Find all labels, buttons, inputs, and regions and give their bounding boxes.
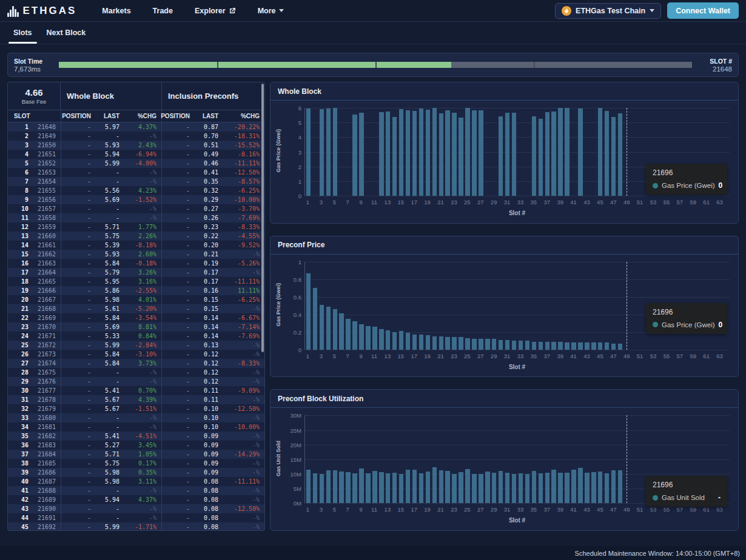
- chart-bar[interactable]: [605, 473, 609, 503]
- chart-bar[interactable]: [605, 111, 609, 196]
- chart-bar[interactable]: [591, 472, 596, 504]
- chart-bar[interactable]: [585, 342, 589, 350]
- nav-markets[interactable]: Markets: [98, 7, 134, 15]
- tab-next-block[interactable]: Next Block: [39, 22, 93, 44]
- chart-bar[interactable]: [578, 468, 582, 503]
- chart-bar[interactable]: [459, 337, 463, 349]
- chart-bar[interactable]: [379, 329, 383, 349]
- chart-bar[interactable]: [320, 474, 324, 504]
- table-row[interactable]: 2921676---%-0.12-%: [8, 377, 264, 386]
- chart-bar[interactable]: [439, 336, 443, 350]
- table-row[interactable]: 1221659-5.711.77%-0.23-8.33%: [8, 222, 264, 232]
- chart-bar[interactable]: [406, 333, 410, 350]
- chart-bar[interactable]: [499, 116, 503, 196]
- table-row[interactable]: 3821685-5.750.17%-0.09-%: [8, 459, 264, 468]
- chart-bar[interactable]: [412, 335, 417, 350]
- table-scrollbar[interactable]: [261, 84, 264, 352]
- table-row[interactable]: 3121678-5.674.39%-0.11-%: [8, 395, 264, 404]
- chart-bar[interactable]: [558, 108, 562, 196]
- chart-bar[interactable]: [558, 342, 562, 350]
- table-row[interactable]: 321650-5.932.43%-0.51-15.52%: [8, 141, 264, 150]
- chart-bar[interactable]: [598, 342, 602, 350]
- chart-bar[interactable]: [406, 110, 410, 196]
- chart-bar[interactable]: [551, 342, 556, 350]
- nav-more[interactable]: More: [254, 7, 287, 15]
- chart-bar[interactable]: [352, 115, 357, 196]
- chart-bar[interactable]: [492, 339, 496, 349]
- chart-bar[interactable]: [532, 116, 536, 196]
- chart-bar[interactable]: [313, 473, 317, 503]
- table-row[interactable]: 1821665-5.953.16%-0.17-11.11%: [8, 277, 264, 286]
- chart-bar[interactable]: [571, 470, 576, 503]
- chart-bar[interactable]: [472, 474, 476, 504]
- chart-bar[interactable]: [598, 108, 602, 196]
- chart-bar[interactable]: [419, 473, 423, 503]
- chart-bar[interactable]: [525, 474, 529, 504]
- chart-bar[interactable]: [611, 344, 616, 350]
- chart-bar[interactable]: [551, 112, 556, 196]
- chart-bar[interactable]: [591, 342, 596, 350]
- table-row[interactable]: 4221689-5.944.37%-0.08-%: [8, 495, 264, 504]
- chart-bar[interactable]: [578, 342, 582, 350]
- chart-bar[interactable]: [412, 111, 417, 196]
- table-row[interactable]: 3621683-5.273.45%-0.09-%: [8, 441, 264, 450]
- chart-bar[interactable]: [565, 473, 569, 503]
- chart-bar[interactable]: [306, 273, 311, 350]
- table-row[interactable]: 621653---%-0.41-12.50%: [8, 168, 264, 177]
- chart-bar[interactable]: [545, 342, 549, 350]
- table-row[interactable]: 1421661-5.39-8.18%-0.20-9.52%: [8, 241, 264, 250]
- chart-bar[interactable]: [459, 118, 463, 196]
- table-row[interactable]: 821655-5.564.23%-0.32-6.25%: [8, 186, 264, 195]
- table-row[interactable]: 2521672-5.99-2.84%-0.13-%: [8, 341, 264, 350]
- chart-bar[interactable]: [320, 305, 324, 350]
- chart-bar[interactable]: [532, 342, 536, 350]
- table-row[interactable]: 3021677-5.410.70%-0.11-9.09%: [8, 386, 264, 395]
- chart-bar[interactable]: [426, 110, 430, 196]
- table-row[interactable]: 3521682-5.41-4.51%-0.09-%: [8, 432, 264, 441]
- chart-bar[interactable]: [505, 473, 509, 503]
- nav-trade[interactable]: Trade: [149, 7, 176, 15]
- chart-bar[interactable]: [346, 319, 350, 350]
- chart-bar[interactable]: [339, 313, 343, 349]
- chart-bar[interactable]: [326, 108, 331, 196]
- chart-bar[interactable]: [485, 472, 489, 504]
- nav-explorer[interactable]: Explorer: [191, 7, 240, 15]
- table-row[interactable]: 1321660-5.752.26%-0.22-4.55%: [8, 232, 264, 241]
- table-row[interactable]: 1721664-5.793.26%-0.17-%: [8, 268, 264, 277]
- chart-bar[interactable]: [406, 470, 410, 504]
- chart-bar[interactable]: [618, 344, 622, 350]
- table-row[interactable]: 1921666-5.86-2.55%-0.1611.11%: [8, 286, 264, 295]
- table-row[interactable]: 3221679-5.67-1.51%-0.10-12.50%: [8, 404, 264, 413]
- table-row[interactable]: 3721684-5.711.05%-0.09-14.29%: [8, 450, 264, 459]
- chart-bar[interactable]: [333, 309, 337, 350]
- chart-bar[interactable]: [386, 473, 390, 504]
- chart-bar[interactable]: [565, 108, 569, 196]
- chart-bar[interactable]: [419, 335, 423, 350]
- chart-bar[interactable]: [339, 472, 343, 503]
- chart-bar[interactable]: [392, 473, 397, 503]
- chart-bar[interactable]: [366, 326, 370, 350]
- chart-bar[interactable]: [499, 340, 503, 350]
- chart-bar[interactable]: [479, 110, 483, 196]
- chart-bar[interactable]: [392, 332, 397, 350]
- chart-bar[interactable]: [399, 474, 403, 503]
- table-row[interactable]: 2321670-5.698.81%-0.14-7.14%: [8, 322, 264, 332]
- chart-bar[interactable]: [439, 470, 443, 503]
- chart-bar[interactable]: [545, 473, 549, 504]
- chart-bar[interactable]: [445, 337, 449, 349]
- chart-bar[interactable]: [445, 471, 449, 504]
- chart-bar[interactable]: [539, 473, 543, 503]
- chart-bar[interactable]: [359, 468, 363, 503]
- chart-bar[interactable]: [519, 473, 523, 504]
- chart-bar[interactable]: [372, 327, 377, 350]
- chart-plot-area[interactable]: Gas Unit Sold 30M25M20M15M10M5M0M 135791…: [271, 408, 738, 530]
- chart-bar[interactable]: [313, 288, 317, 350]
- chart-bar[interactable]: [512, 474, 516, 504]
- chart-bar[interactable]: [333, 108, 337, 196]
- chart-bar[interactable]: [465, 108, 469, 196]
- table-row[interactable]: 421651-5.94-6.94%-0.49-8.16%: [8, 150, 264, 159]
- chart-bar[interactable]: [306, 470, 311, 503]
- table-row[interactable]: 2021667-5.984.01%-0.15-6.25%: [8, 295, 264, 304]
- chart-bar[interactable]: [465, 469, 469, 503]
- chart-bar[interactable]: [505, 340, 509, 350]
